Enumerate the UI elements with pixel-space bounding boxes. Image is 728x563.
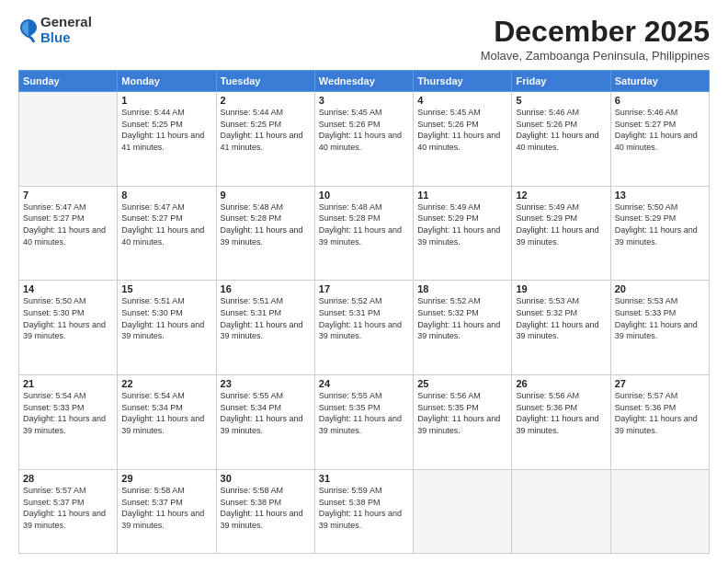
day-number: 10: [319, 190, 409, 201]
logo-general: General: [40, 15, 92, 30]
day-number: 3: [319, 95, 409, 106]
weekday-header-wednesday: Wednesday: [314, 71, 413, 92]
day-info: Sunrise: 5:50 AM Sunset: 5:29 PM Dayligh…: [615, 201, 705, 247]
day-info: Sunrise: 5:51 AM Sunset: 5:30 PM Dayligh…: [121, 295, 211, 341]
weekday-header-monday: Monday: [118, 71, 216, 92]
calendar-cell-1-6: 5 Sunrise: 5:46 AM Sunset: 5:26 PM Dayli…: [512, 92, 610, 187]
calendar-cell-2-1: 7 Sunrise: 5:47 AM Sunset: 5:27 PM Dayli…: [19, 186, 118, 281]
day-number: 7: [23, 190, 113, 201]
calendar-cell-4-4: 24 Sunrise: 5:55 AM Sunset: 5:35 PM Dayl…: [314, 375, 413, 470]
day-info: Sunrise: 5:46 AM Sunset: 5:27 PM Dayligh…: [615, 107, 705, 153]
page: General Blue December 2025 Molave, Zambo…: [0, 0, 728, 563]
day-info: Sunrise: 5:57 AM Sunset: 5:36 PM Dayligh…: [615, 390, 705, 436]
calendar-cell-1-5: 4 Sunrise: 5:45 AM Sunset: 5:26 PM Dayli…: [414, 92, 512, 187]
day-number: 18: [417, 283, 507, 294]
calendar-cell-5-3: 30 Sunrise: 5:58 AM Sunset: 5:38 PM Dayl…: [216, 469, 314, 553]
week-row-2: 7 Sunrise: 5:47 AM Sunset: 5:27 PM Dayli…: [19, 186, 710, 281]
day-info: Sunrise: 5:51 AM Sunset: 5:31 PM Dayligh…: [221, 295, 311, 341]
calendar-cell-5-7: [610, 469, 709, 553]
week-row-5: 28 Sunrise: 5:57 AM Sunset: 5:37 PM Dayl…: [19, 469, 710, 553]
logo: General Blue: [18, 15, 92, 45]
day-number: 13: [615, 190, 705, 201]
day-info: Sunrise: 5:52 AM Sunset: 5:32 PM Dayligh…: [417, 295, 507, 341]
calendar-cell-1-1: [19, 92, 118, 187]
calendar-cell-2-4: 10 Sunrise: 5:48 AM Sunset: 5:28 PM Dayl…: [314, 186, 413, 281]
calendar-cell-4-2: 22 Sunrise: 5:54 AM Sunset: 5:34 PM Dayl…: [118, 375, 216, 470]
day-info: Sunrise: 5:56 AM Sunset: 5:35 PM Dayligh…: [417, 390, 507, 436]
day-info: Sunrise: 5:48 AM Sunset: 5:28 PM Dayligh…: [319, 201, 409, 247]
day-info: Sunrise: 5:47 AM Sunset: 5:27 PM Dayligh…: [23, 201, 113, 247]
calendar-cell-5-6: [512, 469, 610, 553]
logo-blue: Blue: [40, 30, 92, 46]
day-info: Sunrise: 5:55 AM Sunset: 5:35 PM Dayligh…: [319, 390, 409, 436]
day-info: Sunrise: 5:44 AM Sunset: 5:25 PM Dayligh…: [121, 107, 211, 153]
calendar-cell-2-7: 13 Sunrise: 5:50 AM Sunset: 5:29 PM Dayl…: [610, 186, 709, 281]
day-number: 8: [121, 190, 211, 201]
month-title: December 2025: [481, 15, 710, 49]
weekday-header-saturday: Saturday: [610, 71, 709, 92]
day-number: 21: [23, 378, 113, 389]
week-row-4: 21 Sunrise: 5:54 AM Sunset: 5:33 PM Dayl…: [19, 375, 710, 470]
calendar-cell-4-1: 21 Sunrise: 5:54 AM Sunset: 5:33 PM Dayl…: [19, 375, 118, 470]
day-number: 30: [221, 473, 311, 484]
day-number: 24: [319, 378, 409, 389]
day-info: Sunrise: 5:59 AM Sunset: 5:38 PM Dayligh…: [319, 485, 409, 531]
day-info: Sunrise: 5:58 AM Sunset: 5:38 PM Dayligh…: [221, 485, 311, 531]
day-number: 29: [121, 473, 211, 484]
day-info: Sunrise: 5:47 AM Sunset: 5:27 PM Dayligh…: [121, 201, 211, 247]
calendar-cell-5-5: [414, 469, 512, 553]
day-info: Sunrise: 5:49 AM Sunset: 5:29 PM Dayligh…: [516, 201, 606, 247]
calendar-cell-2-2: 8 Sunrise: 5:47 AM Sunset: 5:27 PM Dayli…: [118, 186, 216, 281]
calendar-cell-5-1: 28 Sunrise: 5:57 AM Sunset: 5:37 PM Dayl…: [19, 469, 118, 553]
day-number: 23: [221, 378, 311, 389]
calendar-cell-1-4: 3 Sunrise: 5:45 AM Sunset: 5:26 PM Dayli…: [314, 92, 413, 187]
day-info: Sunrise: 5:52 AM Sunset: 5:31 PM Dayligh…: [319, 295, 409, 341]
calendar-cell-1-7: 6 Sunrise: 5:46 AM Sunset: 5:27 PM Dayli…: [610, 92, 709, 187]
day-number: 16: [221, 283, 311, 294]
day-number: 9: [221, 190, 311, 201]
calendar-cell-2-3: 9 Sunrise: 5:48 AM Sunset: 5:28 PM Dayli…: [216, 186, 314, 281]
calendar-cell-3-1: 14 Sunrise: 5:50 AM Sunset: 5:30 PM Dayl…: [19, 281, 118, 375]
weekday-header-friday: Friday: [512, 71, 610, 92]
calendar-cell-3-3: 16 Sunrise: 5:51 AM Sunset: 5:31 PM Dayl…: [216, 281, 314, 375]
calendar-cell-1-3: 2 Sunrise: 5:44 AM Sunset: 5:25 PM Dayli…: [216, 92, 314, 187]
week-row-1: 1 Sunrise: 5:44 AM Sunset: 5:25 PM Dayli…: [19, 92, 710, 187]
day-number: 17: [319, 283, 409, 294]
calendar-cell-4-5: 25 Sunrise: 5:56 AM Sunset: 5:35 PM Dayl…: [414, 375, 512, 470]
logo-text: General Blue: [40, 15, 92, 45]
day-info: Sunrise: 5:54 AM Sunset: 5:34 PM Dayligh…: [121, 390, 211, 436]
day-number: 1: [121, 95, 211, 106]
day-number: 6: [615, 95, 705, 106]
day-info: Sunrise: 5:48 AM Sunset: 5:28 PM Dayligh…: [221, 201, 311, 247]
calendar-cell-4-3: 23 Sunrise: 5:55 AM Sunset: 5:34 PM Dayl…: [216, 375, 314, 470]
header: General Blue December 2025 Molave, Zambo…: [18, 15, 710, 63]
day-info: Sunrise: 5:50 AM Sunset: 5:30 PM Dayligh…: [23, 295, 113, 341]
day-info: Sunrise: 5:57 AM Sunset: 5:37 PM Dayligh…: [23, 485, 113, 531]
calendar-cell-4-6: 26 Sunrise: 5:56 AM Sunset: 5:36 PM Dayl…: [512, 375, 610, 470]
day-number: 31: [319, 473, 409, 484]
day-number: 22: [121, 378, 211, 389]
day-number: 20: [615, 283, 705, 294]
weekday-header-row: SundayMondayTuesdayWednesdayThursdayFrid…: [19, 71, 710, 92]
calendar-cell-3-6: 19 Sunrise: 5:53 AM Sunset: 5:32 PM Dayl…: [512, 281, 610, 375]
day-info: Sunrise: 5:45 AM Sunset: 5:26 PM Dayligh…: [319, 107, 409, 153]
title-block: December 2025 Molave, Zamboanga Peninsul…: [481, 15, 710, 63]
day-number: 14: [23, 283, 113, 294]
calendar-cell-2-6: 12 Sunrise: 5:49 AM Sunset: 5:29 PM Dayl…: [512, 186, 610, 281]
day-number: 11: [417, 190, 507, 201]
day-info: Sunrise: 5:54 AM Sunset: 5:33 PM Dayligh…: [23, 390, 113, 436]
day-number: 15: [121, 283, 211, 294]
calendar-cell-1-2: 1 Sunrise: 5:44 AM Sunset: 5:25 PM Dayli…: [118, 92, 216, 187]
day-info: Sunrise: 5:55 AM Sunset: 5:34 PM Dayligh…: [221, 390, 311, 436]
day-info: Sunrise: 5:53 AM Sunset: 5:32 PM Dayligh…: [516, 295, 606, 341]
calendar-cell-2-5: 11 Sunrise: 5:49 AM Sunset: 5:29 PM Dayl…: [414, 186, 512, 281]
calendar-cell-5-2: 29 Sunrise: 5:58 AM Sunset: 5:37 PM Dayl…: [118, 469, 216, 553]
calendar-cell-3-4: 17 Sunrise: 5:52 AM Sunset: 5:31 PM Dayl…: [314, 281, 413, 375]
day-number: 28: [23, 473, 113, 484]
day-number: 25: [417, 378, 507, 389]
calendar-table: SundayMondayTuesdayWednesdayThursdayFrid…: [18, 70, 710, 554]
day-info: Sunrise: 5:56 AM Sunset: 5:36 PM Dayligh…: [516, 390, 606, 436]
day-number: 19: [516, 283, 606, 294]
day-number: 26: [516, 378, 606, 389]
calendar-cell-3-5: 18 Sunrise: 5:52 AM Sunset: 5:32 PM Dayl…: [414, 281, 512, 375]
